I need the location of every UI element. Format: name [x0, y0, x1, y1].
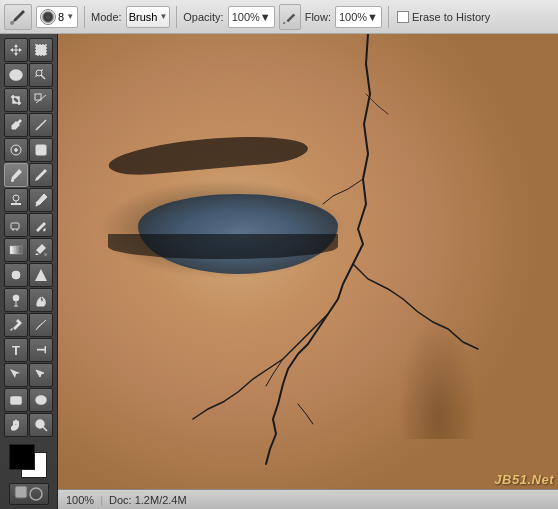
watermark: JB51.Net [494, 472, 554, 487]
svg-rect-10 [10, 246, 22, 254]
svg-point-15 [13, 295, 19, 301]
mode-arrow: ▼ [159, 12, 167, 21]
tool-stamp[interactable] [4, 188, 28, 212]
opacity-field[interactable]: 100% ▼ [228, 6, 275, 28]
svg-rect-1 [36, 45, 46, 55]
main-area: T T [0, 34, 558, 509]
tool-row-4 [4, 113, 53, 137]
status-doc-size: Doc: 1.2M/2.4M [109, 494, 187, 506]
tool-row-9 [4, 238, 53, 262]
tool-lasso[interactable] [4, 63, 28, 87]
svg-point-6 [11, 179, 14, 182]
photo-canvas: JB51.Net [58, 34, 558, 489]
svg-point-7 [13, 195, 19, 201]
tool-row-8 [4, 213, 53, 237]
mode-value: Brush [129, 11, 158, 23]
canvas-area[interactable]: JB51.Net 100% | Doc: 1.2M/2.4M [58, 34, 558, 509]
tool-row-5 [4, 138, 53, 162]
tool-paint-bucket[interactable] [29, 238, 53, 262]
tool-history-brush[interactable] [29, 188, 53, 212]
tool-zoom[interactable] [29, 413, 53, 437]
tool-crop[interactable] [4, 88, 28, 112]
tool-dodge[interactable] [4, 288, 28, 312]
nose-area [398, 319, 478, 439]
svg-rect-25 [30, 488, 42, 500]
tool-brush[interactable] [4, 163, 28, 187]
tool-slice[interactable] [29, 88, 53, 112]
flow-value: 100% [339, 11, 367, 23]
tool-hand[interactable] [4, 413, 28, 437]
svg-point-13 [14, 273, 18, 277]
svg-rect-11 [44, 253, 47, 256]
tool-direct-select[interactable] [29, 363, 53, 387]
tool-sharpen[interactable] [29, 263, 53, 287]
brush-preview [40, 9, 56, 25]
tool-type[interactable]: T [4, 338, 28, 362]
svg-rect-9 [11, 223, 19, 229]
tool-burn[interactable] [29, 288, 53, 312]
tool-row-11 [4, 288, 53, 312]
erase-history-label: Erase to History [412, 11, 490, 23]
svg-rect-18 [11, 397, 21, 404]
tool-row-16 [4, 413, 53, 437]
tool-quick-select[interactable] [29, 63, 53, 87]
lower-lashes [108, 234, 338, 259]
tool-row-12 [4, 313, 53, 337]
tool-eyedropper[interactable] [4, 113, 28, 137]
tool-pen[interactable] [4, 313, 28, 337]
mode-label: Mode: [91, 11, 122, 23]
tool-patch[interactable] [29, 138, 53, 162]
tool-measure[interactable] [29, 113, 53, 137]
mode-dropdown[interactable]: Brush ▼ [126, 6, 171, 28]
tool-pen-freeform[interactable] [29, 313, 53, 337]
sep3 [388, 6, 389, 28]
sidebar: T T [0, 34, 58, 509]
quick-mask-btn[interactable] [9, 483, 49, 505]
flow-field[interactable]: 100% ▼ [335, 6, 382, 28]
tool-eraser[interactable] [4, 213, 28, 237]
svg-rect-8 [11, 203, 21, 205]
tool-row-10 [4, 263, 53, 287]
tool-row-2 [4, 63, 53, 87]
svg-point-19 [36, 396, 46, 404]
erase-history-area: Erase to History [397, 11, 490, 23]
brush-size-box[interactable]: 8 ▼ [36, 6, 78, 28]
svg-marker-14 [35, 269, 47, 281]
tool-row-1 [4, 38, 53, 62]
tool-fill[interactable] [29, 213, 53, 237]
type-vertical-icon-label: T [34, 346, 48, 353]
brush-tool-icon-btn[interactable] [4, 4, 32, 30]
erase-history-checkbox[interactable] [397, 11, 409, 23]
svg-line-21 [43, 427, 47, 431]
tool-type-vertical[interactable]: T [29, 338, 53, 362]
sep2 [176, 6, 177, 28]
color-boxes [9, 444, 49, 478]
opacity-label: Opacity: [183, 11, 223, 23]
tool-row-13: T T [4, 338, 53, 362]
tool-marquee-rect[interactable] [29, 38, 53, 62]
tool-row-15 [4, 388, 53, 412]
tool-shape-rect[interactable] [4, 388, 28, 412]
tool-row-6 [4, 163, 53, 187]
tool-row-3 [4, 88, 53, 112]
toolbar: 8 ▼ Mode: Brush ▼ Opacity: 100% ▼ Flow: … [0, 0, 558, 34]
airbrush-icon[interactable] [279, 4, 301, 30]
status-bar: 100% | Doc: 1.2M/2.4M [58, 489, 558, 509]
brush-size-arrow[interactable]: ▼ [66, 12, 74, 21]
svg-point-0 [10, 21, 14, 25]
tool-blur[interactable] [4, 263, 28, 287]
tool-path-select[interactable] [4, 363, 28, 387]
tool-shape-ellipse[interactable] [29, 388, 53, 412]
svg-rect-24 [15, 486, 27, 498]
tool-row-7 [4, 188, 53, 212]
brush-size-value: 8 [58, 11, 64, 23]
tool-move[interactable] [4, 38, 28, 62]
status-zoom: 100% [66, 494, 94, 506]
tool-healing[interactable] [4, 138, 28, 162]
tool-pencil[interactable] [29, 163, 53, 187]
opacity-value: 100% [232, 11, 260, 23]
sep1 [84, 6, 85, 28]
foreground-color[interactable] [9, 444, 35, 470]
tool-gradient[interactable] [4, 238, 28, 262]
tool-row-14 [4, 363, 53, 387]
